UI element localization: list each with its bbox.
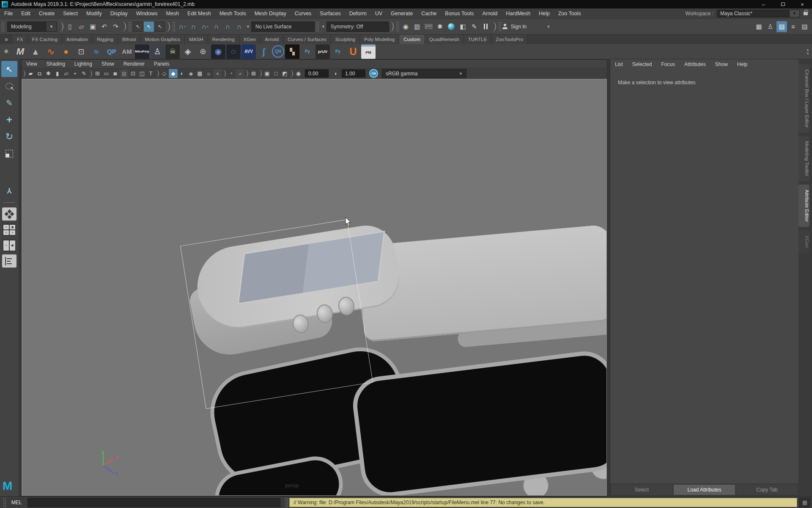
snap-to-points-button[interactable]: ∩ [200,21,210,32]
live-surface-field[interactable]: No Live Surface [251,22,315,32]
python-script-a-icon[interactable]: Py [300,44,315,59]
qp-tool-icon[interactable]: QP [104,44,119,59]
ae-load-attributes-button[interactable]: Load Attributes [674,485,735,495]
field-chart-button[interactable]: ⊡ [129,69,137,78]
isolate-select-button[interactable]: ⊠ [249,69,258,78]
snap-to-view-planes-button[interactable]: ∩ [222,21,233,32]
camera-attributes-button[interactable]: ✱ [44,69,53,78]
ae-menu-list[interactable]: List [610,61,628,67]
close-button[interactable]: × [793,0,812,8]
maximize-button[interactable] [773,0,793,8]
spheres-icon[interactable]: ● [59,44,73,59]
python-script-b-icon[interactable]: Py [331,44,345,59]
measure-button[interactable]: ✎ [80,69,88,78]
menu-edit[interactable]: Edit [17,11,35,17]
new-scene-button[interactable]: ▯ [65,21,75,32]
command-input[interactable] [27,498,280,507]
menu-mesh-tools[interactable]: Mesh Tools [215,11,250,17]
gamma-field[interactable]: 1.00 [342,69,365,77]
statusline-grip[interactable] [1,21,5,32]
shelf-tab-zootoolspro[interactable]: ZooToolsPro [491,35,528,44]
pause-viewport-button[interactable] [480,21,491,32]
lock-camera-button[interactable]: ◘ [35,69,44,78]
panel-menu-shading[interactable]: Shading [42,61,70,67]
menu-zoo-tools[interactable]: Zoo Tools [554,11,585,17]
save-scene-button[interactable]: ▣ [88,21,98,32]
u-tool-icon[interactable]: U [346,44,360,59]
menu-help[interactable]: Help [535,11,554,17]
globe-icon[interactable]: ⊕ [196,44,210,59]
heads-photo-icon[interactable]: ▚ [285,44,299,59]
ae-select-button[interactable]: Select [611,485,672,495]
vtab-attribute-editor[interactable]: Attribute Editor [798,185,809,227]
skulls-icon[interactable]: ☠ [165,44,180,59]
shelf-tab-bifrost[interactable]: Bifrost [118,35,141,44]
command-line-grip[interactable] [285,497,288,508]
striped-circle-icon[interactable]: ◉ [211,44,225,59]
bookmark-button[interactable]: ▮ [53,69,62,78]
statusline-grip[interactable] [128,21,132,32]
shelf-tab-quadremesh[interactable]: QuadRemesh [425,35,464,44]
render-settings-button[interactable]: ✱ [435,21,445,32]
shelf-tab-arnold[interactable]: Arnold [261,35,283,44]
vtab-modeling-toolkit[interactable]: Modeling Toolkit [798,136,809,181]
shelf-tab-curves-surfaces[interactable]: Curves / Surfaces [283,35,331,44]
pm-window-icon[interactable]: PM [361,44,376,59]
shelf-tab-motion-graphics[interactable]: Motion Graphics [141,35,185,44]
menu-cache[interactable]: Cache [417,11,441,17]
image-plane-button[interactable]: ▱ [62,69,71,78]
panel-menu-renderer[interactable]: Renderer [119,61,149,67]
snap-to-curves-button[interactable]: ∩ [188,21,199,32]
sign-in-dropdown-icon[interactable]: ▼ [545,25,551,29]
group-separator[interactable] [60,22,63,32]
lasso-tool-button[interactable]: ↖ [1,78,17,94]
single-pane-layout-button[interactable] [2,207,16,221]
minimize-button[interactable]: – [754,0,773,8]
shelf-tab-mash[interactable]: MASH [185,35,208,44]
menu-arnold[interactable]: Arnold [478,11,502,17]
shelf-tab-sculpting[interactable]: Sculpting [331,35,360,44]
resolution-gate-button[interactable]: ◙ [111,69,120,78]
last-tool-button[interactable]: Y [1,182,17,198]
xray-joints-button[interactable]: □ [272,69,280,78]
sign-in-button[interactable]: Sign In [511,24,527,30]
wireframe-mode-button[interactable]: ◇ [160,69,169,78]
menu-modify[interactable]: Modify [82,11,106,17]
snap-to-grids-button[interactable]: ∩ [177,21,187,32]
shaded-mode-button[interactable]: ◆ [169,69,178,78]
color-management-toggle[interactable]: ON [369,69,378,78]
menu-deform[interactable]: Deform [345,11,371,17]
select-component-button[interactable]: ↖ [155,22,165,32]
shelf-tab-custom[interactable]: Custom [399,35,425,44]
diamond-icon[interactable]: ◈ [181,44,195,59]
ipr-render-button[interactable]: IPR [423,21,434,32]
command-language-button[interactable]: MEL [7,500,26,505]
safe-title-button[interactable]: T [146,69,155,78]
ae-menu-help[interactable]: Help [732,61,752,67]
exposure-field[interactable]: 0.00 [305,69,329,77]
shelf-tab-turtle[interactable]: TURTLE [464,35,492,44]
four-pane-layout-button[interactable]: +◆++ [2,223,16,236]
qr-tool-icon[interactable]: QR [272,45,284,58]
textured-mode-button[interactable]: ◐ [178,69,187,78]
tool-settings-toggle[interactable]: ≡ [788,21,798,32]
command-result-field[interactable]: // Warning: file: D:/Program Files/Autod… [289,498,797,507]
pan-zoom-button[interactable]: + [71,69,80,78]
shelf-tab-rendering[interactable]: Rendering [208,35,239,44]
vtab-channel-box[interactable]: Channel Box / Layer Editor [798,64,809,133]
script-editor-button[interactable]: ▤ [799,498,810,507]
statusline-grip[interactable] [395,21,399,32]
menu-windows[interactable]: Windows [132,11,162,17]
statusline-grip[interactable] [172,21,176,32]
panel-menu-show[interactable]: Show [97,61,119,67]
ae-menu-attributes[interactable]: Attributes [680,61,710,67]
symmetry-field[interactable]: Symmetry: Off [326,22,389,32]
menu-bonus-tools[interactable]: Bonus Tools [441,11,478,17]
menu-display[interactable]: Display [106,11,132,17]
shelf-tab-xgen[interactable]: XGen [239,35,261,44]
command-line-grip[interactable] [3,497,6,508]
safe-action-button[interactable]: ◫ [137,69,146,78]
menu-set-dropdown-icon[interactable]: ▼ [46,22,57,32]
shadows-button[interactable]: ● [213,69,222,78]
make-live-button[interactable]: ∩ [234,21,244,32]
